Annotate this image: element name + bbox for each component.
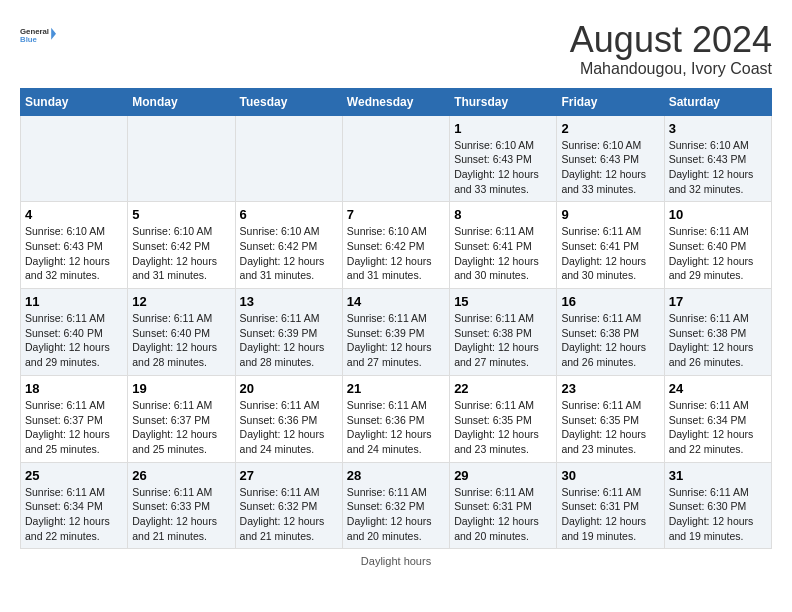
day-number: 14 bbox=[347, 294, 445, 309]
week-row-3: 11Sunrise: 6:11 AM Sunset: 6:40 PM Dayli… bbox=[21, 289, 772, 376]
day-cell: 13Sunrise: 6:11 AM Sunset: 6:39 PM Dayli… bbox=[235, 289, 342, 376]
day-cell: 12Sunrise: 6:11 AM Sunset: 6:40 PM Dayli… bbox=[128, 289, 235, 376]
day-number: 25 bbox=[25, 468, 123, 483]
day-number: 19 bbox=[132, 381, 230, 396]
day-info: Sunrise: 6:11 AM Sunset: 6:38 PM Dayligh… bbox=[669, 311, 767, 370]
day-number: 8 bbox=[454, 207, 552, 222]
day-cell: 8Sunrise: 6:11 AM Sunset: 6:41 PM Daylig… bbox=[450, 202, 557, 289]
day-cell bbox=[342, 115, 449, 202]
day-number: 23 bbox=[561, 381, 659, 396]
day-cell: 25Sunrise: 6:11 AM Sunset: 6:34 PM Dayli… bbox=[21, 462, 128, 549]
day-cell: 7Sunrise: 6:10 AM Sunset: 6:42 PM Daylig… bbox=[342, 202, 449, 289]
day-info: Sunrise: 6:11 AM Sunset: 6:40 PM Dayligh… bbox=[669, 224, 767, 283]
footer: Daylight hours bbox=[20, 555, 772, 567]
day-info: Sunrise: 6:11 AM Sunset: 6:36 PM Dayligh… bbox=[240, 398, 338, 457]
day-cell: 1Sunrise: 6:10 AM Sunset: 6:43 PM Daylig… bbox=[450, 115, 557, 202]
col-header-monday: Monday bbox=[128, 88, 235, 115]
day-info: Sunrise: 6:11 AM Sunset: 6:30 PM Dayligh… bbox=[669, 485, 767, 544]
day-number: 5 bbox=[132, 207, 230, 222]
day-cell: 5Sunrise: 6:10 AM Sunset: 6:42 PM Daylig… bbox=[128, 202, 235, 289]
day-cell: 28Sunrise: 6:11 AM Sunset: 6:32 PM Dayli… bbox=[342, 462, 449, 549]
day-cell: 27Sunrise: 6:11 AM Sunset: 6:32 PM Dayli… bbox=[235, 462, 342, 549]
day-cell: 30Sunrise: 6:11 AM Sunset: 6:31 PM Dayli… bbox=[557, 462, 664, 549]
day-info: Sunrise: 6:10 AM Sunset: 6:43 PM Dayligh… bbox=[454, 138, 552, 197]
day-info: Sunrise: 6:11 AM Sunset: 6:34 PM Dayligh… bbox=[669, 398, 767, 457]
col-header-tuesday: Tuesday bbox=[235, 88, 342, 115]
day-info: Sunrise: 6:10 AM Sunset: 6:42 PM Dayligh… bbox=[132, 224, 230, 283]
day-info: Sunrise: 6:11 AM Sunset: 6:39 PM Dayligh… bbox=[240, 311, 338, 370]
day-info: Sunrise: 6:11 AM Sunset: 6:35 PM Dayligh… bbox=[454, 398, 552, 457]
day-cell: 17Sunrise: 6:11 AM Sunset: 6:38 PM Dayli… bbox=[664, 289, 771, 376]
day-info: Sunrise: 6:11 AM Sunset: 6:33 PM Dayligh… bbox=[132, 485, 230, 544]
day-info: Sunrise: 6:11 AM Sunset: 6:32 PM Dayligh… bbox=[240, 485, 338, 544]
day-info: Sunrise: 6:11 AM Sunset: 6:38 PM Dayligh… bbox=[454, 311, 552, 370]
day-cell bbox=[235, 115, 342, 202]
col-header-sunday: Sunday bbox=[21, 88, 128, 115]
day-cell: 10Sunrise: 6:11 AM Sunset: 6:40 PM Dayli… bbox=[664, 202, 771, 289]
day-info: Sunrise: 6:11 AM Sunset: 6:34 PM Dayligh… bbox=[25, 485, 123, 544]
day-info: Sunrise: 6:11 AM Sunset: 6:36 PM Dayligh… bbox=[347, 398, 445, 457]
day-info: Sunrise: 6:10 AM Sunset: 6:42 PM Dayligh… bbox=[347, 224, 445, 283]
day-number: 22 bbox=[454, 381, 552, 396]
day-cell: 9Sunrise: 6:11 AM Sunset: 6:41 PM Daylig… bbox=[557, 202, 664, 289]
day-info: Sunrise: 6:11 AM Sunset: 6:35 PM Dayligh… bbox=[561, 398, 659, 457]
day-number: 31 bbox=[669, 468, 767, 483]
day-info: Sunrise: 6:11 AM Sunset: 6:31 PM Dayligh… bbox=[454, 485, 552, 544]
week-row-1: 1Sunrise: 6:10 AM Sunset: 6:43 PM Daylig… bbox=[21, 115, 772, 202]
svg-text:General: General bbox=[20, 27, 49, 36]
day-number: 7 bbox=[347, 207, 445, 222]
col-header-wednesday: Wednesday bbox=[342, 88, 449, 115]
day-number: 12 bbox=[132, 294, 230, 309]
day-info: Sunrise: 6:11 AM Sunset: 6:32 PM Dayligh… bbox=[347, 485, 445, 544]
title-block: August 2024 Mahandougou, Ivory Coast bbox=[570, 20, 772, 78]
day-cell: 14Sunrise: 6:11 AM Sunset: 6:39 PM Dayli… bbox=[342, 289, 449, 376]
day-number: 21 bbox=[347, 381, 445, 396]
day-number: 6 bbox=[240, 207, 338, 222]
day-info: Sunrise: 6:11 AM Sunset: 6:40 PM Dayligh… bbox=[132, 311, 230, 370]
day-number: 10 bbox=[669, 207, 767, 222]
day-cell: 31Sunrise: 6:11 AM Sunset: 6:30 PM Dayli… bbox=[664, 462, 771, 549]
calendar-table: SundayMondayTuesdayWednesdayThursdayFrid… bbox=[20, 88, 772, 550]
week-row-5: 25Sunrise: 6:11 AM Sunset: 6:34 PM Dayli… bbox=[21, 462, 772, 549]
week-row-4: 18Sunrise: 6:11 AM Sunset: 6:37 PM Dayli… bbox=[21, 375, 772, 462]
day-info: Sunrise: 6:11 AM Sunset: 6:41 PM Dayligh… bbox=[454, 224, 552, 283]
day-number: 16 bbox=[561, 294, 659, 309]
day-cell: 4Sunrise: 6:10 AM Sunset: 6:43 PM Daylig… bbox=[21, 202, 128, 289]
day-number: 9 bbox=[561, 207, 659, 222]
day-number: 28 bbox=[347, 468, 445, 483]
day-number: 15 bbox=[454, 294, 552, 309]
day-number: 30 bbox=[561, 468, 659, 483]
page: General Blue August 2024 Mahandougou, Iv… bbox=[0, 0, 792, 577]
day-info: Sunrise: 6:11 AM Sunset: 6:41 PM Dayligh… bbox=[561, 224, 659, 283]
day-number: 20 bbox=[240, 381, 338, 396]
day-cell: 18Sunrise: 6:11 AM Sunset: 6:37 PM Dayli… bbox=[21, 375, 128, 462]
col-header-saturday: Saturday bbox=[664, 88, 771, 115]
day-number: 18 bbox=[25, 381, 123, 396]
subtitle: Mahandougou, Ivory Coast bbox=[570, 60, 772, 78]
day-number: 17 bbox=[669, 294, 767, 309]
day-info: Sunrise: 6:11 AM Sunset: 6:40 PM Dayligh… bbox=[25, 311, 123, 370]
day-cell: 26Sunrise: 6:11 AM Sunset: 6:33 PM Dayli… bbox=[128, 462, 235, 549]
day-info: Sunrise: 6:11 AM Sunset: 6:37 PM Dayligh… bbox=[132, 398, 230, 457]
day-cell: 20Sunrise: 6:11 AM Sunset: 6:36 PM Dayli… bbox=[235, 375, 342, 462]
day-info: Sunrise: 6:11 AM Sunset: 6:31 PM Dayligh… bbox=[561, 485, 659, 544]
header: General Blue August 2024 Mahandougou, Iv… bbox=[20, 20, 772, 78]
day-cell bbox=[21, 115, 128, 202]
day-number: 13 bbox=[240, 294, 338, 309]
day-cell: 2Sunrise: 6:10 AM Sunset: 6:43 PM Daylig… bbox=[557, 115, 664, 202]
day-cell: 22Sunrise: 6:11 AM Sunset: 6:35 PM Dayli… bbox=[450, 375, 557, 462]
header-row: SundayMondayTuesdayWednesdayThursdayFrid… bbox=[21, 88, 772, 115]
svg-text:Blue: Blue bbox=[20, 35, 38, 44]
day-number: 11 bbox=[25, 294, 123, 309]
day-cell: 29Sunrise: 6:11 AM Sunset: 6:31 PM Dayli… bbox=[450, 462, 557, 549]
logo-svg: General Blue bbox=[20, 20, 56, 50]
day-info: Sunrise: 6:10 AM Sunset: 6:43 PM Dayligh… bbox=[561, 138, 659, 197]
day-cell: 11Sunrise: 6:11 AM Sunset: 6:40 PM Dayli… bbox=[21, 289, 128, 376]
col-header-thursday: Thursday bbox=[450, 88, 557, 115]
day-cell: 3Sunrise: 6:10 AM Sunset: 6:43 PM Daylig… bbox=[664, 115, 771, 202]
day-info: Sunrise: 6:11 AM Sunset: 6:38 PM Dayligh… bbox=[561, 311, 659, 370]
day-number: 29 bbox=[454, 468, 552, 483]
day-info: Sunrise: 6:10 AM Sunset: 6:43 PM Dayligh… bbox=[669, 138, 767, 197]
day-number: 1 bbox=[454, 121, 552, 136]
day-number: 26 bbox=[132, 468, 230, 483]
